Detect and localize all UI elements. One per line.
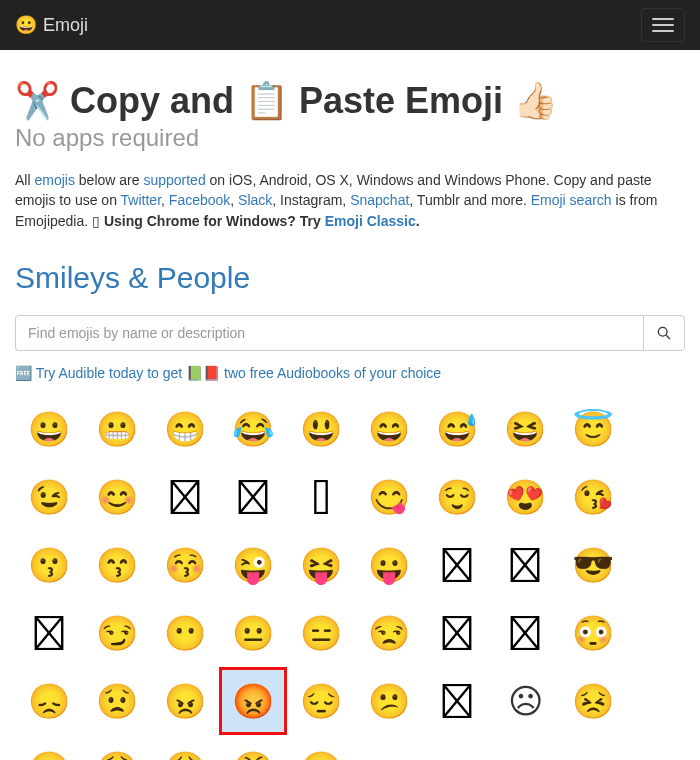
search-icon <box>657 326 671 340</box>
emoji-disappointed[interactable]: 😞 <box>15 667 83 735</box>
search-button[interactable] <box>643 315 685 351</box>
emoji-char: 😫 <box>96 749 138 760</box>
emoji-confounded[interactable]: 😖 <box>15 735 83 760</box>
navbar: 😀 Emoji <box>0 0 700 50</box>
emoji-unamused[interactable]: 😒 <box>355 599 423 667</box>
emoji-char: 😝 <box>300 545 342 585</box>
link-facebook[interactable]: Facebook <box>169 192 230 208</box>
missing-glyph-icon <box>508 548 542 582</box>
emoji-stuck-out-tongue[interactable]: 😛 <box>355 531 423 599</box>
emoji-kissing-smiling-eyes[interactable]: 😙 <box>83 531 151 599</box>
emoji-char: 😚 <box>164 545 206 585</box>
promo-link-2[interactable]: two free Audiobooks of your choice <box>224 365 441 381</box>
emoji-char: 😩 <box>164 749 206 760</box>
emoji-innocent[interactable]: 😇 <box>559 395 627 463</box>
emoji-joy[interactable]: 😂 <box>219 395 287 463</box>
emoji-slightly-smiling[interactable] <box>151 463 219 531</box>
emoji-rage[interactable]: 😡 <box>219 667 287 735</box>
emoji-char: 😇 <box>572 409 614 449</box>
emoji-confused[interactable]: 😕 <box>355 667 423 735</box>
emoji-sunglasses[interactable]: 😎 <box>559 531 627 599</box>
emoji-no-mouth[interactable]: 😶 <box>151 599 219 667</box>
emoji-weary[interactable]: 😩 <box>151 735 219 760</box>
emoji-smiley[interactable]: 😃 <box>287 395 355 463</box>
emoji-char: 😳 <box>572 613 614 653</box>
link-emoji-classic[interactable]: Emoji Classic <box>325 213 416 229</box>
emoji-char: 😆 <box>504 409 546 449</box>
emoji-triumph[interactable]: 😤 <box>219 735 287 760</box>
missing-glyph-icon <box>440 548 474 582</box>
brand-label: Emoji <box>43 15 88 36</box>
emoji-sweat-smile[interactable]: 😅 <box>423 395 491 463</box>
emoji-char: 😁 <box>164 409 206 449</box>
emoji-open-mouth[interactable]: 😮 <box>287 735 355 760</box>
missing-glyph-icon <box>32 616 66 650</box>
link-snapchat[interactable]: Snapchat <box>350 192 409 208</box>
emoji-char: 😖 <box>28 749 70 760</box>
emoji-char: 😕 <box>368 681 410 721</box>
missing-glyph-icon <box>440 616 474 650</box>
emoji-frowning-2[interactable]: ☹ <box>491 667 559 735</box>
link-twitter[interactable]: Twitter <box>121 192 161 208</box>
emoji-relieved[interactable]: 😌 <box>423 463 491 531</box>
emoji-char: 😠 <box>164 681 206 721</box>
emoji-neutral[interactable]: 😐 <box>219 599 287 667</box>
emoji-grin[interactable]: 😁 <box>151 395 219 463</box>
emoji-flushed[interactable]: 😳 <box>559 599 627 667</box>
emoji-smirk[interactable]: 😏 <box>83 599 151 667</box>
emoji-wink[interactable]: 😉 <box>15 463 83 531</box>
page-subtitle: No apps required <box>15 124 685 152</box>
emoji-char: 😍 <box>504 477 546 517</box>
menu-toggle-button[interactable] <box>641 8 685 42</box>
emoji-char: 😋 <box>368 477 410 517</box>
hamburger-icon <box>652 24 674 26</box>
emoji-kissing[interactable]: 😗 <box>15 531 83 599</box>
emoji-worried[interactable]: 😟 <box>83 667 151 735</box>
intro-text: All emojis below are supported on iOS, A… <box>15 170 685 231</box>
emoji-blush[interactable]: 😊 <box>83 463 151 531</box>
emoji-char: 😮 <box>300 749 342 760</box>
brand[interactable]: 😀 Emoji <box>15 14 88 36</box>
emoji-persevere[interactable]: 😣 <box>559 667 627 735</box>
emoji-angry[interactable]: 😠 <box>151 667 219 735</box>
emoji-char: 😃 <box>300 409 342 449</box>
emoji-laughing[interactable]: 😆 <box>491 395 559 463</box>
link-emojis[interactable]: emojis <box>34 172 74 188</box>
emoji-tired-face[interactable]: 😫 <box>83 735 151 760</box>
emoji-yum[interactable]: 😋 <box>355 463 423 531</box>
emoji-char: 😀 <box>28 409 70 449</box>
emoji-kissing-heart[interactable]: 😘 <box>559 463 627 531</box>
emoji-grimacing[interactable]: 😬 <box>83 395 151 463</box>
link-slack[interactable]: Slack <box>238 192 272 208</box>
emoji-hugging[interactable] <box>15 599 83 667</box>
emoji-char: 😂 <box>232 409 274 449</box>
promo-link-1[interactable]: Try Audible today to get <box>36 365 183 381</box>
emoji-pensive[interactable]: 😔 <box>287 667 355 735</box>
emoji-stuck-out-tongue-wink[interactable]: 😜 <box>219 531 287 599</box>
emoji-slightly-frowning[interactable] <box>423 667 491 735</box>
emoji-char: 😔 <box>300 681 342 721</box>
emoji-char: 😬 <box>96 409 138 449</box>
emoji-money-mouth[interactable] <box>423 531 491 599</box>
link-emoji-search[interactable]: Emoji search <box>531 192 612 208</box>
emoji-rolling-eyes[interactable] <box>423 599 491 667</box>
emoji-char: 😄 <box>368 409 410 449</box>
emoji-upside-down[interactable] <box>219 463 287 531</box>
missing-glyph-icon <box>440 684 474 718</box>
emoji-nerd[interactable] <box>491 531 559 599</box>
link-supported[interactable]: supported <box>143 172 205 188</box>
emoji-char: 😟 <box>96 681 138 721</box>
emoji-expressionless[interactable]: 😑 <box>287 599 355 667</box>
emoji-char: 😅 <box>436 409 478 449</box>
section-heading[interactable]: Smileys & People <box>15 261 685 295</box>
emoji-relaxed[interactable] <box>287 463 355 531</box>
emoji-heart-eyes[interactable]: 😍 <box>491 463 559 531</box>
emoji-thinking[interactable] <box>491 599 559 667</box>
emoji-grinning[interactable]: 😀 <box>15 395 83 463</box>
search-input[interactable] <box>15 315 643 351</box>
emoji-kissing-closed-eyes[interactable]: 😚 <box>151 531 219 599</box>
svg-point-0 <box>658 327 667 336</box>
emoji-smile[interactable]: 😄 <box>355 395 423 463</box>
emoji-stuck-out-tongue-closed[interactable]: 😝 <box>287 531 355 599</box>
emoji-char: 😣 <box>572 681 614 721</box>
